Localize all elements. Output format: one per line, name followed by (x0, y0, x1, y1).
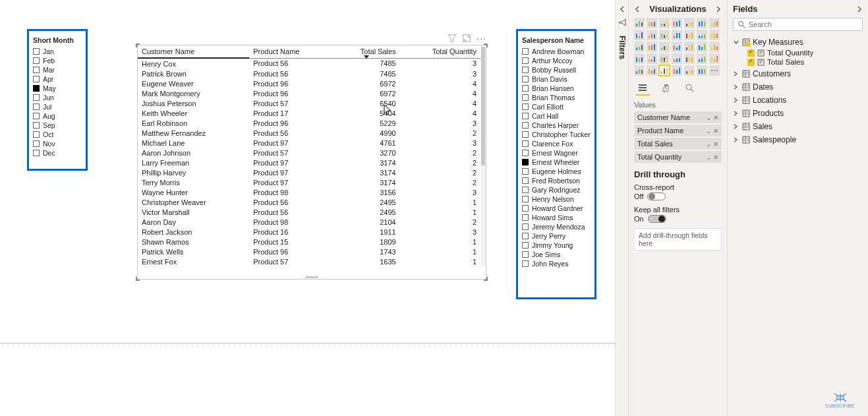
salesperson-slicer[interactable]: Salesperson Name Andrew BowmanArthur Mcc… (516, 29, 596, 299)
table-visual[interactable]: ··· Customer NameProduct NameTotal Sales… (137, 29, 486, 280)
table-row[interactable]: Eugene WeaverProduct 9669724 (138, 78, 480, 88)
table-row[interactable]: Shawn RamosProduct 1518091 (138, 237, 480, 247)
search-input[interactable] (749, 20, 858, 28)
checkbox-icon[interactable] (522, 214, 529, 221)
checkbox-icon[interactable] (33, 67, 40, 73)
viz-type-icon[interactable] (647, 53, 657, 64)
salesperson-item[interactable]: Joe Sims (522, 250, 591, 259)
checkbox-icon[interactable] (33, 48, 40, 55)
viz-type-icon[interactable] (659, 65, 670, 76)
viz-type-icon[interactable] (659, 18, 670, 28)
table-row[interactable]: Aaron DayProduct 9821042 (138, 217, 480, 227)
viz-type-icon[interactable] (647, 42, 657, 52)
salesperson-item[interactable]: Ernest Wheeler (522, 158, 591, 167)
visualizations-header[interactable]: Visualizations (634, 4, 722, 14)
viz-type-icon[interactable] (697, 30, 707, 40)
month-item[interactable]: Oct (33, 130, 82, 139)
month-item[interactable]: Nov (33, 139, 82, 148)
checkbox-icon[interactable] (522, 76, 529, 82)
fields-tab-icon[interactable] (635, 81, 650, 96)
chevron-down-icon[interactable]: ⌄ (706, 140, 711, 148)
filters-label[interactable]: Filters (618, 36, 627, 59)
checkbox-icon[interactable] (522, 251, 529, 258)
viz-type-icon[interactable] (634, 18, 645, 28)
table-row[interactable]: Gerald ReyesProduct 5716351 (138, 266, 480, 267)
viz-type-icon[interactable] (634, 65, 645, 76)
salesperson-item[interactable]: Christopher Tucker (522, 130, 591, 139)
checkbox-icon[interactable] (522, 187, 529, 193)
checkbox-icon[interactable] (33, 94, 40, 101)
table-row[interactable]: Larry FreemanProduct 9731742 (138, 158, 480, 167)
checkbox-icon[interactable] (522, 177, 529, 184)
keep-filters-toggle[interactable] (648, 215, 666, 223)
checkbox-icon[interactable] (522, 223, 529, 230)
field-table-header[interactable]: Customers (733, 68, 863, 80)
viz-type-icon[interactable] (659, 42, 670, 52)
checkbox-icon[interactable] (33, 85, 40, 92)
table-row[interactable]: Patrick BrownProduct 5674853 (138, 69, 480, 78)
salesperson-item[interactable]: Charles Harper (522, 121, 591, 130)
viz-type-icon[interactable] (709, 53, 720, 64)
chevron-right-icon[interactable] (715, 6, 722, 13)
salesperson-item[interactable]: Brian Thomas (522, 93, 591, 102)
month-item[interactable]: Dec (33, 148, 82, 158)
viz-type-icon[interactable] (709, 30, 720, 40)
salesperson-item[interactable]: Carl Hall (522, 111, 591, 121)
more-visuals-icon[interactable]: ⋯ (709, 65, 720, 76)
viz-type-icon[interactable] (659, 53, 670, 64)
salesperson-item[interactable]: Howard Gardner (522, 204, 591, 213)
checkbox-icon[interactable] (522, 150, 529, 156)
checkbox-icon[interactable] (522, 205, 529, 212)
month-item[interactable]: May (33, 84, 82, 93)
salesperson-item[interactable]: Andrew Bowman (522, 47, 591, 56)
viz-type-icon[interactable] (672, 65, 682, 76)
checkbox-icon[interactable] (522, 57, 529, 64)
viz-type-icon[interactable] (647, 18, 657, 28)
checkbox-icon[interactable] (33, 150, 40, 156)
salesperson-item[interactable]: Ernest Wagner (522, 148, 591, 158)
table-row[interactable]: Earl RobinsonProduct 9652293 (138, 118, 480, 128)
table-row[interactable]: Mark MontgomeryProduct 9669724 (138, 88, 480, 98)
viz-type-icon[interactable] (672, 18, 682, 28)
viz-type-icon[interactable] (672, 42, 682, 52)
remove-field-icon[interactable]: ✕ (713, 127, 718, 134)
field-table-header[interactable]: Dates (733, 81, 863, 93)
month-item[interactable]: Aug (33, 111, 82, 121)
salesperson-item[interactable]: Jeremy Mendoza (522, 222, 591, 231)
more-options-icon[interactable]: ··· (477, 33, 486, 44)
salesperson-item[interactable]: John Reyes (522, 259, 591, 268)
viz-type-icon[interactable] (647, 30, 657, 40)
viz-type-icon[interactable] (684, 18, 695, 28)
checkbox-icon[interactable] (522, 242, 529, 249)
checkbox-icon[interactable] (33, 57, 40, 64)
viz-type-icon[interactable] (697, 18, 707, 28)
column-header[interactable]: Total Sales (333, 45, 400, 58)
month-item[interactable]: Jul (33, 102, 82, 111)
expand-icon[interactable] (733, 71, 739, 76)
checkbox-icon[interactable] (522, 104, 529, 110)
salesperson-item[interactable]: Gary Rodriguez (522, 185, 591, 194)
checkbox-icon[interactable] (522, 233, 529, 239)
value-field-pill[interactable]: Total Sales⌄✕ (634, 138, 722, 150)
checkbox-icon[interactable] (522, 260, 529, 267)
table-row[interactable]: Christopher WeaverProduct 5624951 (138, 197, 480, 207)
viz-type-icon[interactable] (697, 65, 707, 76)
checkbox-icon[interactable] (522, 196, 529, 202)
viz-type-icon[interactable] (709, 18, 720, 28)
month-item[interactable]: Jan (33, 47, 82, 56)
chevron-down-icon[interactable]: ⌄ (706, 154, 711, 161)
salesperson-item[interactable]: Fred Robertson (522, 176, 591, 185)
fields-header[interactable]: Fields (733, 4, 863, 14)
drill-through-dropzone[interactable]: Add drill-through fields here (634, 228, 722, 251)
table-row[interactable]: Terry MorrisProduct 9731742 (138, 177, 480, 187)
table-row[interactable]: Robert JacksonProduct 1619113 (138, 227, 480, 237)
column-header[interactable]: Total Quantity (400, 45, 480, 58)
analytics-tab-icon[interactable] (683, 81, 697, 96)
salesperson-item[interactable]: Bobby Russell (522, 65, 591, 74)
field-item[interactable]: Total Sales (733, 57, 863, 67)
viz-type-icon[interactable] (672, 30, 682, 40)
checkbox-icon[interactable] (33, 140, 40, 147)
viz-type-icon[interactable] (684, 65, 695, 76)
focus-mode-icon[interactable] (462, 34, 471, 43)
salesperson-item[interactable]: Jerry Perry (522, 231, 591, 241)
